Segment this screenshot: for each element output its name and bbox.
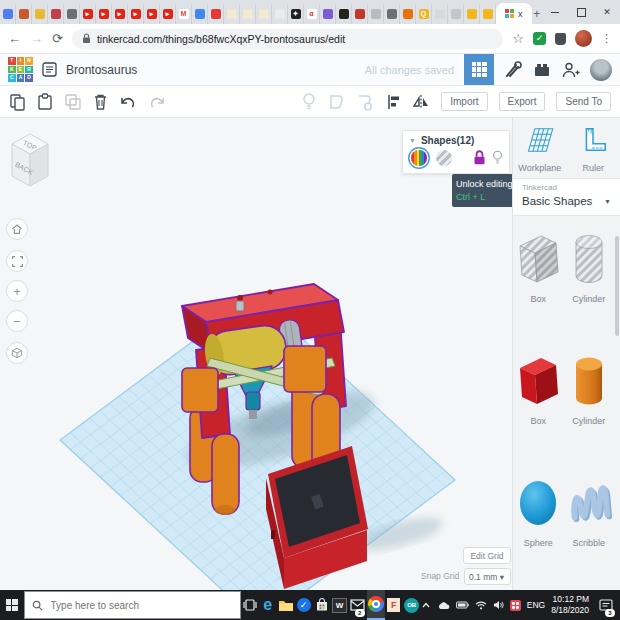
browser-tab-target-dark[interactable] [336,4,352,24]
omnibox[interactable]: tinkercad.com/things/b68fwcXqxPY-brontos… [72,29,503,49]
battery-icon[interactable] [456,601,469,609]
3d-viewport[interactable]: TOP BACK + − ▼ Shapes(12) [0,118,512,590]
taskbar-search[interactable] [24,591,241,619]
show-all-bulb-icon[interactable] [302,92,316,111]
reload-icon[interactable]: ⟳ [52,32,63,45]
browser-tab-youtube-2[interactable]: ▸ [96,4,112,24]
onedrive-cloud-icon[interactable] [437,601,450,610]
browser-tab-star-black[interactable]: ✦ [288,4,304,24]
browser-tab-alpha-red[interactable]: α [304,4,320,24]
close-button[interactable]: ✕ [594,0,620,24]
active-browser-tab[interactable]: x [496,3,532,24]
minimize-button[interactable] [542,0,568,24]
codeblocks-icon[interactable] [533,62,551,78]
3d-design-button[interactable] [464,54,494,85]
browser-tab-docs-blue[interactable] [0,4,16,24]
browser-tab-person-yellow-2[interactable] [480,4,496,24]
invite-person-icon[interactable] [561,61,580,79]
shapes-panel-caret-icon[interactable]: ▼ [409,137,416,144]
shape-red-box[interactable]: Box [513,354,564,476]
sidebar-scrollbar[interactable] [615,236,619,336]
browser-tab-flag-red[interactable] [352,4,368,24]
export-button[interactable]: Export [499,92,546,111]
browser-tab-slides-blue[interactable] [192,4,208,24]
browser-tab-doc-light[interactable] [272,4,288,24]
file-explorer-app[interactable] [277,590,295,620]
extension-dark-icon[interactable] [555,33,566,45]
multicolor-swatch-icon[interactable] [411,150,427,166]
browser-tab-sheet-orange[interactable] [400,4,416,24]
ruler-tool[interactable]: Ruler [567,124,620,173]
edit-grid-button[interactable]: Edit Grid [463,547,511,564]
workplane-tool[interactable]: Workplane [513,124,567,173]
browser-tab-youtube-6[interactable]: ▸ [160,4,176,24]
bookmark-star-icon[interactable]: ☆ [512,32,524,45]
snap-grid-select[interactable]: 0.1 mm ▾ [464,568,511,585]
browser-tab-globe-2[interactable] [384,4,400,24]
edge-app[interactable]: e [259,590,277,620]
copy-icon[interactable] [9,93,26,111]
browser-tab-glyph-gray[interactable] [448,4,464,24]
browser-tab-onenote[interactable] [48,4,64,24]
circuits-icon[interactable] [504,60,523,79]
group-icon[interactable] [327,93,345,111]
action-center-button[interactable]: 3 [595,590,617,620]
shape-hole-cylinder[interactable]: Cylinder [564,232,615,354]
browser-tab-doc-faint-1[interactable] [224,4,240,24]
lock-editing-icon[interactable] [472,149,487,166]
chrome-app[interactable] [367,590,385,620]
new-tab-button[interactable]: + [532,4,543,24]
zoom-out-button[interactable]: − [6,310,28,332]
ob-app[interactable]: OB [403,590,421,620]
start-button[interactable] [0,590,24,620]
send-to-button[interactable]: Send To [556,92,611,111]
wifi-icon[interactable] [475,601,487,610]
browser-tab-youtube-3[interactable]: ▸ [112,4,128,24]
duplicate-icon[interactable] [64,93,82,111]
shape-orange-cylinder[interactable]: Cylinder [564,354,615,476]
browser-tab-youtube-1[interactable]: ▸ [80,4,96,24]
defender-app[interactable]: ✓ [295,590,313,620]
browser-tab-card-gray[interactable] [432,4,448,24]
volume-icon[interactable] [493,600,504,610]
browser-tab-grid-red[interactable] [208,4,224,24]
perspective-toggle-button[interactable] [6,342,28,364]
browser-tab-gmail[interactable]: M [176,4,192,24]
maximize-button[interactable] [568,0,594,24]
redo-icon[interactable] [148,94,166,110]
task-view-button[interactable] [241,590,259,620]
browser-tab-youtube-5[interactable]: ▸ [144,4,160,24]
shape-scribble[interactable]: Scribble [564,476,615,598]
ungroup-icon[interactable] [356,93,374,111]
import-button[interactable]: Import [441,92,487,111]
mirror-icon[interactable] [412,93,430,111]
home-view-button[interactable] [6,218,28,240]
shape-hole-box[interactable]: Box [513,232,564,354]
tray-chevron-icon[interactable] [421,601,431,609]
browser-tab-person-yellow-1[interactable] [464,4,480,24]
browser-tab-pencil-gray[interactable] [368,4,384,24]
fit-view-button[interactable] [6,250,28,272]
w-app[interactable]: W [331,590,349,620]
f-app[interactable]: F [385,590,403,620]
tinkercad-logo[interactable]: TIN KER CAD [8,57,33,82]
browser-tab-outlook[interactable] [16,4,32,24]
store-app[interactable] [313,590,331,620]
browser-tab-paperclip[interactable] [32,4,48,24]
view-cube[interactable]: TOP BACK [6,128,54,194]
mail-app[interactable]: 2 [349,590,367,620]
browser-menu-icon[interactable]: ⋮ [601,32,612,45]
browser-tab-youtube-4[interactable]: ▸ [128,4,144,24]
forward-icon[interactable]: → [30,32,43,45]
hide-bulb-icon[interactable] [492,149,503,166]
extension-green-icon[interactable]: ✓ [533,32,546,45]
back-icon[interactable]: ← [8,32,21,45]
design-menu-icon[interactable] [42,62,57,77]
browser-tab-purple-app[interactable] [320,4,336,24]
browser-tab-doc-faint-3[interactable] [256,4,272,24]
browser-tab-q-yellow[interactable]: Q [416,4,432,24]
paste-icon[interactable] [37,93,53,111]
align-icon[interactable] [385,93,401,111]
shape-sphere[interactable]: Sphere [513,476,564,598]
category-dropdown[interactable]: Basic Shapes ▼ [522,195,611,207]
